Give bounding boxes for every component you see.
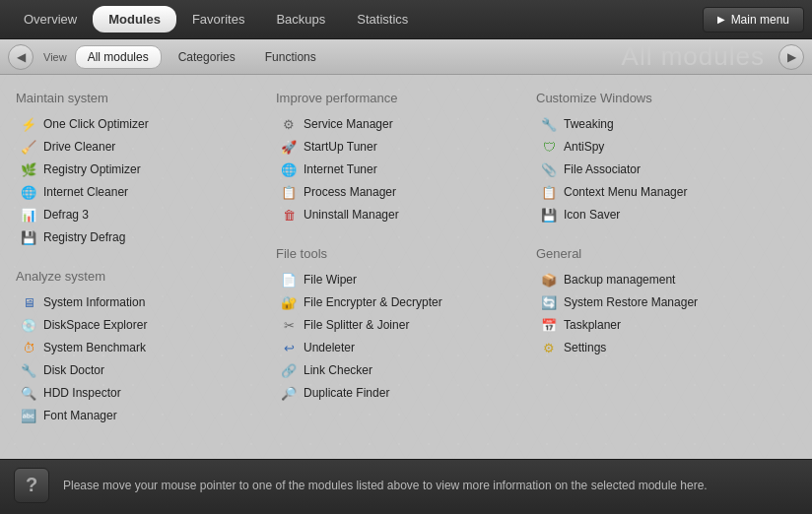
file-wiper-icon: 📄 [280, 271, 298, 289]
status-bar: ? Please move your mouse pointer to one … [0, 459, 812, 510]
system-benchmark-label: System Benchmark [43, 341, 146, 354]
module-antispy[interactable]: 🛡 AntiSpy [536, 136, 796, 158]
page-title: All modules [622, 41, 765, 72]
internet-tuner-icon: 🌐 [280, 161, 298, 178]
help-button[interactable]: ? [14, 468, 49, 503]
defrag3-icon: 📊 [20, 206, 37, 224]
modules-grid: Maintain system ⚡ One Click Optimizer 🧹 … [0, 75, 812, 459]
startup-tuner-label: StartUp Tuner [304, 140, 377, 154]
status-message: Please move your mouse pointer to one of… [63, 479, 708, 492]
system-restore-manager-icon: 🔄 [540, 293, 558, 311]
module-file-encrypter[interactable]: 🔐 File Encrypter & Decrypter [276, 291, 536, 313]
sub-tab-all-modules[interactable]: All modules [75, 45, 162, 69]
registry-optimizer-label: Registry Optimizer [43, 162, 141, 176]
section-title-customize: Customize Windows [536, 91, 796, 105]
section-title-filetools: File tools [276, 246, 536, 261]
module-duplicate-finder[interactable]: 🔎 Duplicate Finder [276, 382, 536, 404]
module-hdd-inspector[interactable]: 🔍 HDD Inspector [16, 382, 276, 404]
font-manager-icon: 🔤 [20, 407, 37, 424]
module-defrag3[interactable]: 📊 Defrag 3 [16, 204, 276, 225]
settings-label: Settings [564, 341, 606, 354]
module-file-associator[interactable]: 📎 File Associator [536, 159, 796, 180]
drive-cleaner-label: Drive Cleaner [43, 140, 115, 154]
module-link-checker[interactable]: 🔗 Link Checker [276, 359, 536, 381]
view-label: View [43, 51, 67, 63]
internet-tuner-label: Internet Tuner [304, 162, 377, 176]
module-system-benchmark[interactable]: ⏱ System Benchmark [16, 337, 276, 358]
module-drive-cleaner[interactable]: 🧹 Drive Cleaner [16, 136, 276, 158]
tab-favorites[interactable]: Favorites [176, 6, 260, 32]
module-context-menu-manager[interactable]: 📋 Context Menu Manager [536, 181, 796, 203]
file-associator-label: File Associator [564, 162, 641, 176]
section-title-general: General [536, 246, 796, 261]
module-diskspace-explorer[interactable]: 💿 DiskSpace Explorer [16, 314, 276, 336]
undeleter-label: Undeleter [304, 341, 355, 354]
tab-overview[interactable]: Overview [8, 6, 93, 32]
taskplaner-icon: 📅 [540, 316, 558, 334]
module-system-restore-manager[interactable]: 🔄 System Restore Manager [536, 291, 796, 313]
tweaking-icon: 🔧 [540, 115, 558, 133]
module-registry-defrag[interactable]: 💾 Registry Defrag [16, 226, 276, 248]
one-click-optimizer-icon: ⚡ [20, 115, 37, 133]
sub-tab-functions[interactable]: Functions [252, 45, 329, 69]
module-process-manager[interactable]: 📋 Process Manager [276, 181, 536, 203]
internet-cleaner-label: Internet Cleaner [43, 185, 128, 199]
module-system-information[interactable]: 🖥 System Information [16, 291, 276, 313]
taskplaner-label: Taskplaner [564, 318, 621, 332]
undeleter-icon: ↩ [280, 339, 298, 356]
section-title-improve: Improve performance [276, 91, 536, 105]
tab-backups[interactable]: Backups [260, 6, 341, 32]
module-tweaking[interactable]: 🔧 Tweaking [536, 113, 796, 135]
system-information-icon: 🖥 [20, 293, 37, 311]
column-customize-general: Customize Windows 🔧 Tweaking 🛡 AntiSpy 📎… [536, 87, 796, 447]
module-registry-optimizer[interactable]: 🌿 Registry Optimizer [16, 159, 276, 180]
column-maintain-analyze: Maintain system ⚡ One Click Optimizer 🧹 … [16, 87, 276, 447]
module-one-click-optimizer[interactable]: ⚡ One Click Optimizer [16, 113, 276, 135]
module-file-wiper[interactable]: 📄 File Wiper [276, 269, 536, 290]
module-disk-doctor[interactable]: 🔧 Disk Doctor [16, 359, 276, 381]
uninstall-manager-icon: 🗑 [280, 206, 298, 224]
sub-tab-categories[interactable]: Categories [166, 45, 248, 69]
main-menu-button[interactable]: Main menu [703, 7, 804, 32]
module-taskplaner[interactable]: 📅 Taskplaner [536, 314, 796, 336]
diskspace-explorer-label: DiskSpace Explorer [43, 318, 147, 332]
module-undeleter[interactable]: ↩ Undeleter [276, 337, 536, 358]
link-checker-label: Link Checker [304, 363, 372, 377]
icon-saver-label: Icon Saver [564, 208, 620, 222]
one-click-optimizer-label: One Click Optimizer [43, 117, 149, 131]
file-splitter-icon: ✂ [280, 316, 298, 334]
process-manager-icon: 📋 [280, 183, 298, 201]
hdd-inspector-icon: 🔍 [20, 384, 37, 402]
module-file-splitter[interactable]: ✂ File Splitter & Joiner [276, 314, 536, 336]
file-encrypter-icon: 🔐 [280, 293, 298, 311]
duplicate-finder-label: Duplicate Finder [304, 386, 389, 400]
antispy-label: AntiSpy [564, 140, 604, 154]
registry-defrag-icon: 💾 [20, 228, 37, 246]
section-title-analyze: Analyze system [16, 269, 276, 284]
nav-back-button[interactable]: ◀ [8, 44, 34, 70]
backup-management-icon: 📦 [540, 271, 558, 289]
file-splitter-label: File Splitter & Joiner [304, 318, 409, 332]
tab-statistics[interactable]: Statistics [341, 6, 424, 32]
file-encrypter-label: File Encrypter & Decrypter [304, 295, 442, 309]
defrag3-label: Defrag 3 [43, 208, 89, 222]
module-settings[interactable]: ⚙ Settings [536, 337, 796, 358]
tab-modules[interactable]: Modules [93, 6, 176, 32]
context-menu-manager-label: Context Menu Manager [564, 185, 687, 199]
disk-doctor-label: Disk Doctor [43, 363, 104, 377]
module-font-manager[interactable]: 🔤 Font Manager [16, 405, 276, 426]
settings-icon: ⚙ [540, 339, 558, 356]
tweaking-label: Tweaking [564, 117, 614, 131]
main-content: Maintain system ⚡ One Click Optimizer 🧹 … [0, 75, 812, 459]
module-startup-tuner[interactable]: 🚀 StartUp Tuner [276, 136, 536, 158]
module-uninstall-manager[interactable]: 🗑 Uninstall Manager [276, 204, 536, 225]
module-internet-tuner[interactable]: 🌐 Internet Tuner [276, 159, 536, 180]
nav-forward-button[interactable]: ▶ [778, 44, 804, 70]
module-icon-saver[interactable]: 💾 Icon Saver [536, 204, 796, 225]
module-service-manager[interactable]: ⚙ Service Manager [276, 113, 536, 135]
disk-doctor-icon: 🔧 [20, 361, 37, 379]
module-backup-management[interactable]: 📦 Backup management [536, 269, 796, 290]
module-internet-cleaner[interactable]: 🌐 Internet Cleaner [16, 181, 276, 203]
hdd-inspector-label: HDD Inspector [43, 386, 121, 400]
link-checker-icon: 🔗 [280, 361, 298, 379]
